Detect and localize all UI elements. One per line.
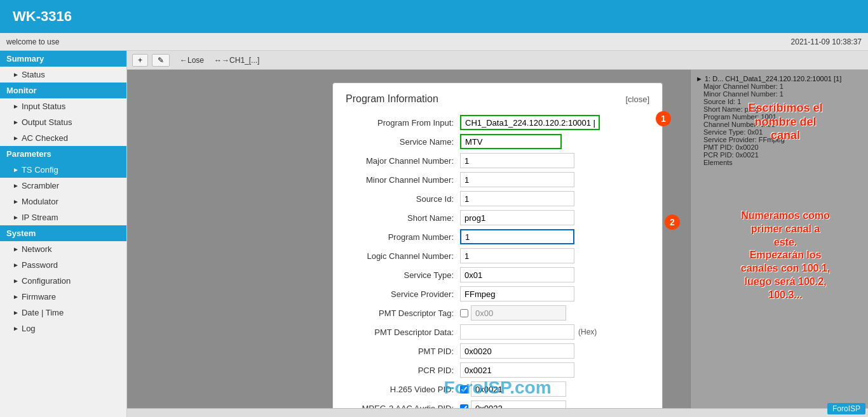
sidebar-item-datetime[interactable]: ► Date | Time xyxy=(0,305,126,321)
service-provider-label: Service Provider: xyxy=(346,289,460,299)
sidebar-label-status: Status xyxy=(22,70,45,79)
program-from-input-field[interactable] xyxy=(460,115,600,130)
short-name-label: Short Name: xyxy=(346,213,460,223)
sidebar-item-network[interactable]: ► Network xyxy=(0,241,126,257)
sidebar-item-ac-checked[interactable]: ► AC Checked xyxy=(0,130,126,146)
sidebar-item-firmware[interactable]: ► Firmware xyxy=(0,289,126,305)
sidebar-item-status[interactable]: ► Status xyxy=(0,67,126,83)
program-from-input-label: Program From Input: xyxy=(346,118,460,128)
sidebar-label-ac-checked: AC Checked xyxy=(22,133,68,143)
edit-button[interactable]: ✎ xyxy=(152,54,170,67)
arrow-icon: ► xyxy=(13,261,19,268)
add-button[interactable]: + xyxy=(132,54,148,67)
form-row-source-id: Source Id: xyxy=(346,191,649,206)
arrow-icon: ► xyxy=(13,71,19,78)
major-channel-field[interactable] xyxy=(460,153,574,168)
arrow-icon: ► xyxy=(13,182,19,189)
pmt-descriptor-data-field[interactable] xyxy=(460,324,574,340)
arrow-icon: ► xyxy=(13,293,19,300)
form-row-pmt-descriptor-tag: PMT Descriptor Tag: xyxy=(346,305,649,321)
form-row-service-name: Service Name: xyxy=(346,134,649,149)
app-header: WK-3316 xyxy=(0,0,868,33)
program-number-field[interactable] xyxy=(460,229,574,244)
h265-video-pid-field[interactable] xyxy=(471,381,566,397)
service-name-field[interactable] xyxy=(460,134,562,149)
toolbar: + ✎ ←Lose ↔→CH1_[...] xyxy=(127,51,868,70)
sidebar-label-ip-stream: IP Stream xyxy=(22,213,58,222)
pcr-pid-field[interactable] xyxy=(460,362,574,378)
sidebar-label-datetime: Date | Time xyxy=(22,308,64,317)
pmt-descriptor-tag-container xyxy=(460,305,566,321)
forolsp-badge: ForoISP xyxy=(827,403,865,414)
source-id-field[interactable] xyxy=(460,191,574,206)
arrow-icon: ► xyxy=(13,309,19,316)
form-row-program-from-input: Program From Input: xyxy=(346,115,649,130)
sidebar-item-password[interactable]: ► Password xyxy=(0,257,126,273)
form-row-major-channel: Major Channel Number: xyxy=(346,153,649,168)
sidebar-label-firmware: Firmware xyxy=(22,292,56,301)
pcr-pid-label: PCR PID: xyxy=(346,366,460,375)
form-row-pmt-descriptor-data: PMT Descriptor Data: (Hex) xyxy=(346,324,649,340)
pmt-descriptor-tag-checkbox[interactable] xyxy=(460,309,468,317)
sidebar-item-ts-config[interactable]: ► TS Config xyxy=(0,162,126,178)
sidebar-item-ip-stream[interactable]: ► IP Stream xyxy=(0,209,126,225)
sidebar-label-network: Network xyxy=(22,244,52,254)
form-row-minor-channel: Minor Channel Number: xyxy=(346,172,649,187)
datetime-text: 2021-11-09 10:38:37 xyxy=(791,37,862,46)
program-number-label: Program Number: xyxy=(346,232,460,242)
arrow-icon: ► xyxy=(13,277,19,284)
pmt-descriptor-tag-field[interactable] xyxy=(471,305,566,321)
arrow-icon: ► xyxy=(13,214,19,221)
h265-video-pid-checkbox[interactable] xyxy=(460,385,468,394)
logic-channel-label: Logic Channel Number: xyxy=(346,251,460,261)
sidebar-item-input-status[interactable]: ► Input Status xyxy=(0,98,126,114)
arrow-icon: ► xyxy=(13,325,19,332)
service-type-field[interactable] xyxy=(460,267,574,282)
service-type-label: Service Type: xyxy=(346,270,460,280)
sidebar-label-input-status: Input Status xyxy=(22,102,65,111)
lose-label: ←Lose xyxy=(180,56,204,65)
form-row-h265-video-pid: H.265 Video PID: xyxy=(346,381,649,397)
pmt-pid-field[interactable] xyxy=(460,343,574,359)
h265-video-pid-label: H.265 Video PID: xyxy=(346,385,460,394)
form-row-service-type: Service Type: xyxy=(346,267,649,282)
minor-channel-label: Minor Channel Number: xyxy=(346,175,460,185)
bottom-scrollbar[interactable] xyxy=(127,408,868,417)
logic-channel-field[interactable] xyxy=(460,248,574,263)
sidebar-item-scrambler[interactable]: ► Scrambler xyxy=(0,178,126,194)
welcome-text: welcome to use xyxy=(6,37,59,46)
program-info-modal: Program Information [close] Program From… xyxy=(332,83,663,417)
short-name-field[interactable] xyxy=(460,210,574,225)
sidebar-section-parameters: Parameters xyxy=(0,146,126,162)
minor-channel-field[interactable] xyxy=(460,172,574,187)
arrow-icon: ► xyxy=(13,198,19,205)
sidebar-item-output-status[interactable]: ► Output Status xyxy=(0,114,126,130)
topbar: welcome to use 2021-11-09 10:38:37 xyxy=(0,33,868,51)
service-name-label: Service Name: xyxy=(346,137,460,147)
modal-title-text: Program Information xyxy=(346,93,438,105)
sidebar-label-log: Log xyxy=(22,324,36,333)
sidebar-label-output-status: Output Status xyxy=(22,117,72,127)
arrow-icon: ► xyxy=(13,135,19,142)
sidebar-item-modulator[interactable]: ► Modulator xyxy=(0,194,126,209)
app-title: WK-3316 xyxy=(13,8,72,25)
arrow-icon: ► xyxy=(13,119,19,126)
form-row-pcr-pid: PCR PID: xyxy=(346,362,649,378)
service-provider-field[interactable] xyxy=(460,286,574,301)
form-row-program-number: Program Number: xyxy=(346,229,649,244)
sidebar-label-password: Password xyxy=(22,260,58,270)
sidebar: Summary ► Status Monitor ► Input Status … xyxy=(0,51,127,417)
main-layout: Summary ► Status Monitor ► Input Status … xyxy=(0,51,868,417)
pmt-descriptor-tag-label: PMT Descriptor Tag: xyxy=(346,308,460,318)
channel-label: ↔→CH1_[...] xyxy=(214,56,259,65)
sidebar-section-summary: Summary xyxy=(0,51,126,67)
content-area: + ✎ ←Lose ↔→CH1_[...] ► 1: D... CH1_Data… xyxy=(127,51,868,417)
h265-video-pid-container xyxy=(460,381,566,397)
sidebar-item-log[interactable]: ► Log xyxy=(0,321,126,336)
sidebar-item-configuration[interactable]: ► Configuration xyxy=(0,273,126,289)
sidebar-section-system: System xyxy=(0,225,126,241)
modal-overlay: Program Information [close] Program From… xyxy=(127,70,868,417)
modal-close-link[interactable]: [close] xyxy=(625,95,649,104)
form-row-pmt-pid: PMT PID: xyxy=(346,343,649,359)
pmt-descriptor-data-suffix: (Hex) xyxy=(578,328,597,336)
